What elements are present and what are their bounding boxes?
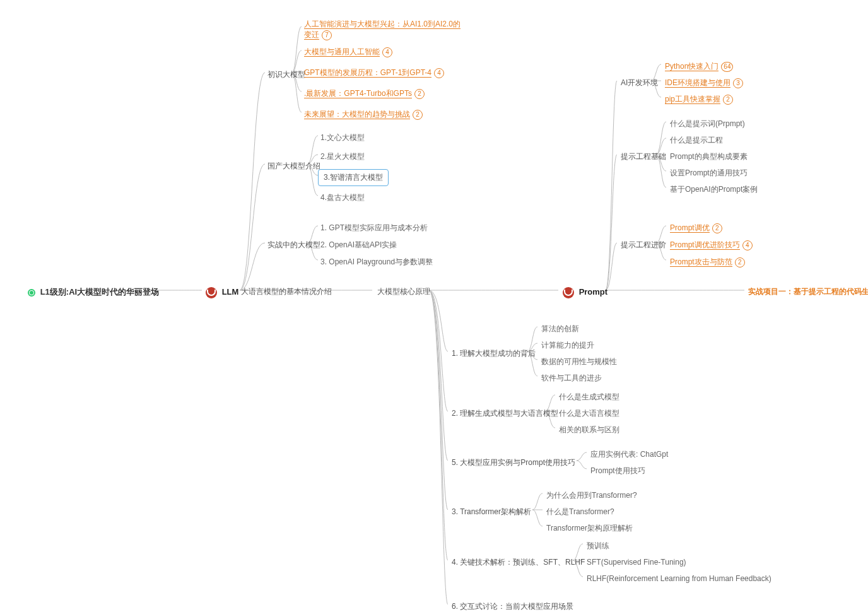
practice-item-0[interactable]: 1. GPT模型实际应用与成本分析 (318, 221, 430, 235)
intro-item-4[interactable]: 未来展望：大模型的趋势与挑战2 (302, 108, 425, 121)
basic-4[interactable]: 基于OpenAI的Prompt案例 (667, 183, 760, 196)
sec3-2[interactable]: Transformer架构原理解析 (544, 522, 635, 535)
intro-item-3[interactable]: .最新发展：GPT4-Turbo和GPTs2 (302, 87, 427, 100)
intro-item-2[interactable]: GPT模型的发展历程：GPT-1到GPT-44 (302, 66, 447, 79)
project-node[interactable]: 实战项目一：基于提示工程的代码生成 (746, 285, 868, 298)
prompt-hub[interactable]: Prompt (560, 285, 610, 300)
llm-hub[interactable]: LLM (203, 285, 241, 300)
mindmap-connectors (0, 0, 868, 612)
basic-1[interactable]: 什么是提示工程 (667, 134, 725, 147)
sec5-1[interactable]: Prompt使用技巧 (588, 464, 648, 478)
sec3-1[interactable]: 什么是Transformer? (544, 505, 617, 519)
practice-item-1[interactable]: 2. OpenAI基础API实操 (318, 238, 399, 252)
core-sec6[interactable]: 6. 交互式讨论：当前大模型应用场景 (449, 600, 576, 612)
llm-label: LLM (222, 287, 239, 297)
basic-2[interactable]: Prompt的典型构成要素 (667, 150, 750, 163)
core-title[interactable]: 大模型核心原理 (375, 285, 433, 298)
prompt-env[interactable]: AI开发环境 (618, 76, 660, 90)
sec1-3[interactable]: 软件与工具的进步 (539, 372, 604, 385)
sec2-0[interactable]: 什么是生成式模型 (556, 391, 622, 404)
sec3-0[interactable]: 为什么会用到Transformer? (544, 489, 640, 502)
core-sec3[interactable]: 3. Transformer架构解析 (449, 505, 534, 519)
branch-practice[interactable]: 实战中的大模型 (265, 238, 323, 252)
prompt-adv[interactable]: 提示工程进阶 (618, 238, 669, 252)
sec4-2[interactable]: RLHF(Reinforcement Learning from Human F… (584, 572, 774, 586)
clock-icon (28, 289, 35, 297)
sec2-1[interactable]: 什么是大语言模型 (556, 407, 622, 420)
adv-2[interactable]: Prompt攻击与防范2 (667, 256, 748, 269)
prompt-logo-icon (563, 287, 574, 298)
env-1[interactable]: IDE环境搭建与使用3 (662, 76, 746, 90)
sec1-2[interactable]: 数据的可用性与规模性 (539, 355, 619, 368)
sec2-2[interactable]: 相关的联系与区别 (556, 423, 622, 437)
domestic-item-1[interactable]: 2.星火大模型 (318, 150, 367, 163)
adv-0[interactable]: Prompt调优2 (667, 221, 725, 235)
domestic-item-2-selected[interactable]: 3.智谱清言大模型 (318, 169, 389, 186)
root-label: L1级别:AI大模型时代的华丽登场 (40, 287, 160, 297)
branch-domestic[interactable]: 国产大模型介绍 (265, 160, 323, 173)
sec1-1[interactable]: 计算能力的提升 (539, 339, 597, 352)
prompt-label: Prompt (579, 287, 608, 297)
llm-title[interactable]: 大语言模型的基本情况介绍 (238, 285, 334, 298)
core-sec1[interactable]: 1. 理解大模型成功的背后 (449, 347, 538, 360)
practice-item-2[interactable]: 3. OpenAI Playground与参数调整 (318, 256, 435, 269)
adv-1[interactable]: Prompt调优进阶技巧4 (667, 238, 755, 252)
env-0[interactable]: Python快速入门64 (662, 60, 736, 73)
core-sec5[interactable]: 5. 大模型应用实例与Prompt使用技巧 (449, 456, 578, 469)
sec4-1[interactable]: SFT(Supervised Fine-Tuning) (584, 556, 689, 569)
core-sec4[interactable]: 4. 关键技术解析：预训练、SFT、RLHF (449, 556, 587, 569)
llm-logo-icon (206, 287, 217, 298)
sec4-0[interactable]: 预训练 (584, 539, 612, 553)
domestic-item-3[interactable]: 4.盘古大模型 (318, 191, 367, 204)
sec1-0[interactable]: 算法的创新 (539, 322, 582, 336)
basic-3[interactable]: 设置Prompt的通用技巧 (667, 167, 750, 180)
domestic-item-0[interactable]: 1.文心大模型 (318, 131, 367, 144)
core-sec2[interactable]: 2. 理解生成式模型与大语言模型 (449, 407, 561, 420)
env-2[interactable]: pip工具快速掌握2 (662, 93, 736, 106)
basic-0[interactable]: 什么是提示词(Prpmpt) (667, 117, 748, 131)
root-node[interactable]: L1级别:AI大模型时代的华丽登场 (25, 285, 161, 299)
intro-item-0[interactable]: 人工智能演进与大模型兴起：从AI1.0到AI2.0的变迁7 (302, 18, 466, 42)
sec5-0[interactable]: 应用实例代表: ChatGpt (588, 448, 671, 461)
prompt-basic[interactable]: 提示工程基础 (618, 150, 669, 163)
intro-item-1[interactable]: 大模型与通用人工智能4 (302, 45, 395, 59)
